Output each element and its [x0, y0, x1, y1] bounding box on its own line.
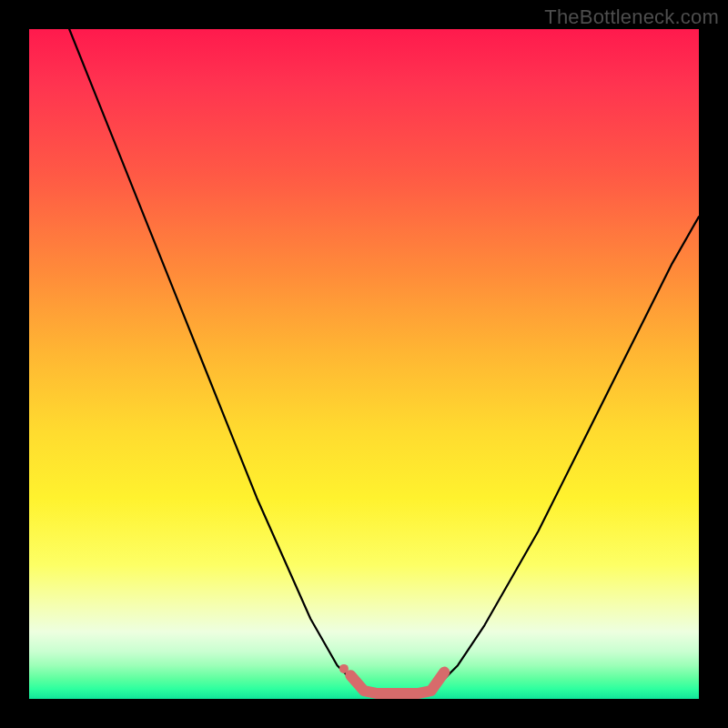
series-right-curve [431, 217, 699, 693]
chart-frame: TheBottleneck.com [0, 0, 728, 728]
chart-svg [29, 29, 699, 699]
marker-left-dot [339, 664, 349, 673]
series-left-curve [69, 29, 364, 693]
plot-area [29, 29, 699, 699]
series-bottom-segment [350, 672, 444, 694]
watermark-text: TheBottleneck.com [544, 5, 719, 29]
